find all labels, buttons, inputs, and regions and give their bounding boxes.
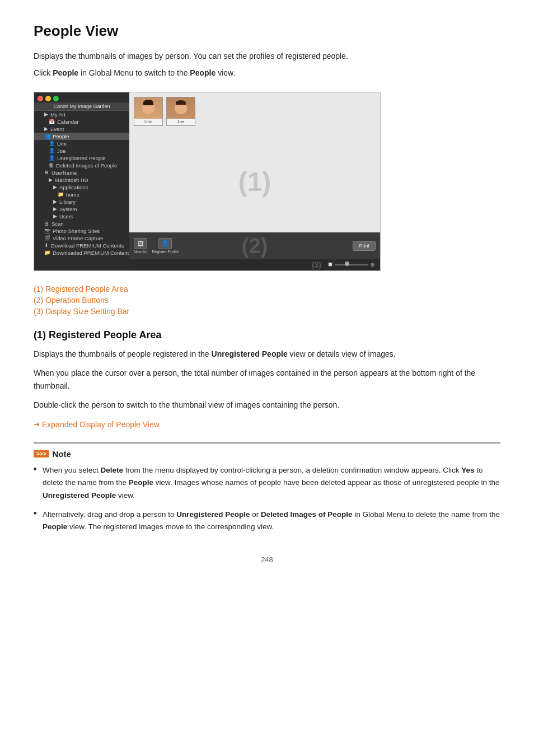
minimize-button[interactable] [45, 96, 51, 101]
register-profile-button[interactable]: 👤 Register Profile [152, 238, 179, 254]
note-item-2: Alternatively, drag and drop a person to… [34, 508, 500, 534]
register-icon: 👤 [158, 238, 172, 249]
main-content-area: Umi Joe (1) 🖼 New Art [129, 92, 380, 270]
sidebar-item-username[interactable]: 🖥 UserName [34, 169, 129, 176]
sidebar-item-video-capture[interactable]: 🎬 Video Frame Capture [34, 235, 129, 242]
yes-bold: Yes [461, 466, 474, 474]
sidebar-label: System [59, 206, 77, 212]
person-image-joe [166, 97, 195, 119]
deleted-icon: 🗑 [49, 162, 54, 168]
sidebar-item-unregistered-people[interactable]: 👤 Unregistered People [34, 155, 129, 162]
sidebar-label: Users [59, 213, 73, 220]
expand-icon: ▶ [44, 126, 48, 132]
sidebar-item-macintosh-hd[interactable]: ▶ Macintosh HD [34, 176, 129, 184]
people-bold2: People [43, 522, 67, 531]
scan-icon: 🖨 [44, 221, 49, 226]
sidebar-label: Video Frame Capture [53, 235, 104, 241]
close-button[interactable] [38, 96, 43, 101]
section1-para2: When you place the cursor over a person,… [34, 367, 500, 394]
folder-icon: ▶ [53, 184, 57, 190]
user-icon: 🖥 [44, 170, 49, 175]
sidebar-item-event[interactable]: ▶ Event [34, 125, 129, 133]
arrow-link-text: Expanded Display of People View [42, 420, 160, 429]
person-image-umi [134, 97, 163, 119]
new-art-button[interactable]: 🖼 New Art [134, 238, 148, 254]
deleted-images-bold: Deleted Images of People [261, 510, 353, 519]
people-bold: People [129, 478, 153, 487]
sidebar-label: home [66, 192, 79, 198]
area-number-2: (2) [242, 234, 268, 258]
expanded-display-link[interactable]: Expanded Display of People View [34, 420, 160, 429]
person-thumbnail-joe[interactable]: Joe [166, 97, 195, 126]
sidebar-label: My Art [50, 111, 65, 118]
page-number: 248 [34, 556, 500, 564]
maximize-button[interactable] [53, 96, 59, 101]
link-registered-people[interactable]: (1) Registered People Area [34, 284, 500, 293]
intro-line2: Click People in Global Menu to switch to… [34, 67, 500, 79]
sidebar-item-scan[interactable]: 🖨 Scan [34, 220, 129, 227]
sidebar-item-myart[interactable]: ▶ My Art [34, 111, 129, 118]
intro-bold-people2: People [190, 68, 216, 77]
note-header: >>> Note [34, 449, 500, 459]
sidebar-item-applications[interactable]: ▶ Applications [34, 184, 129, 191]
person-label-joe: Joe [167, 119, 195, 125]
video-icon: 🎬 [44, 235, 50, 241]
download-icon: ⬇ [44, 242, 49, 248]
photo-icon: 📷 [44, 228, 50, 234]
link-operation-buttons[interactable]: (2) Operation Buttons [34, 296, 500, 305]
registered-people-area: Umi Joe (1) [129, 92, 380, 232]
app-title-bar: Canon My Image Garden [53, 104, 110, 109]
sidebar-item-calendar[interactable]: 📅 Calendar [34, 118, 129, 125]
people-icon: 👥 [44, 133, 50, 139]
slider-small-icon: 🔲 [327, 262, 333, 267]
size-slider-thumb[interactable] [345, 262, 349, 266]
link-display-size[interactable]: (3) Display Size Setting Bar [34, 307, 500, 316]
sidebar-item-home[interactable]: 📁 home [34, 191, 129, 198]
sidebar-item-people[interactable]: 👥 People [34, 133, 129, 140]
sidebar-label: Deleted Images of People [56, 162, 117, 169]
sidebar-label: Calendar [57, 119, 79, 125]
folder-icon: ▶ [53, 199, 57, 204]
operation-buttons-bar: 🖼 New Art 👤 Register Profile (2) Print [129, 232, 380, 259]
sidebar-item-downloaded-premium[interactable]: 📁 Downloaded PREMIUM Contents [34, 249, 129, 256]
sidebar-item-users[interactable]: ▶ Users [34, 213, 129, 220]
expand-icon: ▶ [44, 111, 48, 117]
sidebar: Canon My Image Garden ▶ My Art 📅 Calenda… [34, 92, 129, 270]
delete-bold: Delete [101, 466, 124, 474]
sidebar-item-joe[interactable]: 👤 Joe [34, 147, 129, 155]
sidebar-label: Macintosh HD [55, 177, 88, 183]
display-size-setting-bar[interactable]: (3) 🔲 ⊕ [312, 260, 374, 269]
print-button[interactable]: Print [353, 241, 376, 251]
sidebar-label: Downloaded PREMIUM Contents [53, 250, 129, 256]
sidebar-item-system[interactable]: ▶ System [34, 206, 129, 213]
person-thumbnail-umi[interactable]: Umi [134, 97, 163, 126]
register-label: Register Profile [152, 250, 179, 254]
calendar-icon: 📅 [49, 119, 55, 124]
person-icon: 👤 [49, 148, 55, 153]
traffic-lights [34, 94, 129, 102]
screenshot-image: Canon My Image Garden ▶ My Art 📅 Calenda… [34, 92, 381, 271]
sidebar-item-library[interactable]: ▶ Library [34, 198, 129, 206]
sidebar-label: People [53, 133, 69, 139]
hair-umi [143, 100, 153, 105]
sidebar-label: Library [59, 199, 76, 205]
sidebar-item-download-premium[interactable]: ⬇ Download PREMIUM Contents [34, 242, 129, 249]
area-number-3: (3) [312, 260, 321, 269]
size-slider-track[interactable] [335, 264, 368, 265]
sidebar-label: Scan [51, 221, 64, 227]
unregistered-people-bold: Unregistered People [212, 349, 288, 358]
sidebar-item-photo-sharing[interactable]: 📷 Photo Sharing Sites [34, 227, 129, 235]
face-shape-joe [175, 102, 187, 114]
note-icon: >>> [34, 450, 49, 458]
sidebar-item-deleted-images[interactable]: 🗑 Deleted Images of People [34, 162, 129, 169]
section1-para1: Displays the thumbnails of people regist… [34, 348, 500, 361]
status-bar: (3) 🔲 ⊕ [129, 259, 380, 270]
sidebar-label: Photo Sharing Sites [53, 228, 100, 234]
unregistered-icon: 👤 [49, 155, 55, 161]
intro-line1: Displays the thumbnails of images by per… [34, 50, 500, 62]
sidebar-item-umi[interactable]: 👤 Umi [34, 140, 129, 147]
intro-bold-people1: People [53, 68, 78, 77]
note-item-1: When you select Delete from the menu dis… [34, 464, 500, 502]
slider-large-icon: ⊕ [370, 262, 374, 268]
new-art-label: New Art [134, 250, 148, 254]
